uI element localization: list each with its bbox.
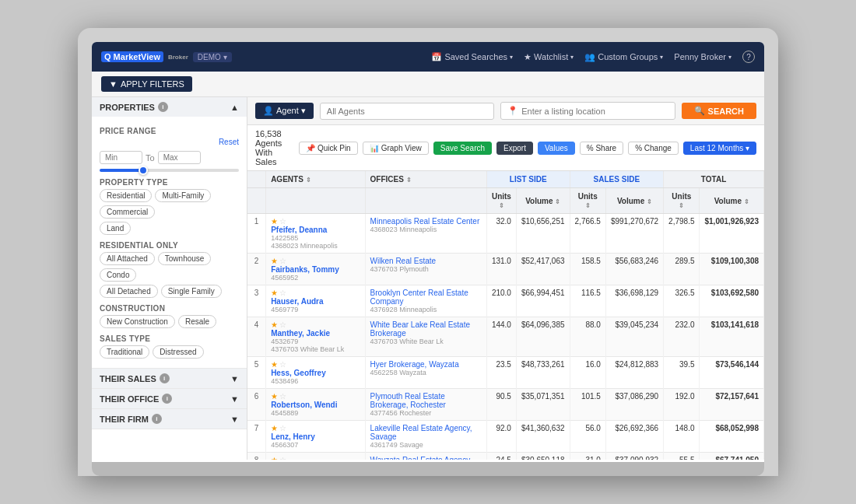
th-sales-units[interactable]: Units ⇕	[570, 188, 605, 214]
agent-name[interactable]: Manthey, Jackie	[271, 329, 360, 338]
th-rank	[247, 171, 266, 188]
th-office-name	[365, 188, 486, 214]
th-offices[interactable]: OFFICES ⇕	[365, 171, 486, 188]
th-total: TOTAL	[664, 171, 764, 188]
star-icon[interactable]: ★	[271, 456, 278, 460]
office-name[interactable]: White Bear Lake Real Estate Brokerage	[370, 320, 482, 338]
apply-filters-button[interactable]: ▼ APPLY FILTERS	[101, 76, 192, 92]
agent-name[interactable]: Pfeifer, Deanna	[271, 226, 360, 234]
tag-condo[interactable]: Condo	[100, 268, 136, 282]
graph-view-button[interactable]: 📊 Graph View	[363, 142, 429, 155]
tag-residential[interactable]: Residential	[100, 189, 152, 202]
agent-id: 1422585	[271, 234, 360, 242]
change-button[interactable]: % Change	[628, 142, 679, 155]
star-empty-icon[interactable]: ☆	[279, 217, 286, 226]
export-button[interactable]: Export	[496, 142, 533, 155]
nav-custom-groups[interactable]: 👥 Custom Groups ▾	[584, 52, 663, 62]
price-max-input[interactable]	[158, 151, 201, 164]
results-count: 16,538 Agents With Sales	[255, 129, 294, 166]
agent-name[interactable]: Hauser, Audra	[271, 297, 360, 306]
star-icon[interactable]: ★	[271, 257, 278, 265]
star-empty-icon[interactable]: ☆	[279, 320, 286, 329]
their-office-header[interactable]: THEIR OFFICE i ▼	[92, 389, 247, 408]
office-name[interactable]: Plymouth Real Estate Brokerage, Rocheste…	[370, 392, 482, 409]
share-button[interactable]: % Share	[580, 142, 623, 155]
nav-watchlist[interactable]: ★ Watchlist ▾	[524, 52, 574, 62]
agent-name[interactable]: Robertson, Wendi	[271, 401, 360, 409]
values-button[interactable]: Values	[538, 142, 575, 155]
agent-id: 4545889	[271, 409, 360, 417]
range-thumb[interactable]	[139, 166, 148, 175]
th-list-units[interactable]: Units ⇕	[486, 188, 516, 214]
list-units: 92.0	[486, 421, 516, 453]
nav-help[interactable]: ?	[742, 51, 755, 63]
star-icon[interactable]: ★	[271, 320, 278, 329]
th-agents[interactable]: AGENTS ⇕	[266, 171, 365, 188]
tag-all-attached[interactable]: All Attached	[100, 252, 155, 265]
their-sales-header[interactable]: THEIR SALES i ▼	[92, 369, 247, 388]
star-empty-icon[interactable]: ☆	[279, 456, 286, 460]
office-id: 4376928 Minneapolis	[370, 306, 482, 313]
agent-cell: ★ ☆ Robertson, Wendi 4545889	[266, 389, 365, 421]
properties-header[interactable]: PROPERTIES i ▲	[92, 97, 247, 117]
star-empty-icon[interactable]: ☆	[279, 424, 286, 432]
tag-new-construction[interactable]: New Construction	[100, 315, 175, 328]
tag-resale[interactable]: Resale	[178, 315, 216, 328]
agent-select[interactable]	[320, 103, 494, 120]
agent-button[interactable]: 👤 Agent ▾	[255, 103, 314, 119]
content-area: 👤 Agent ▾ 📍 🔍 SEARCH 16,538 Agen	[247, 97, 764, 460]
price-min-input[interactable]	[100, 151, 142, 164]
office-cell: Minneapolis Real Estate Center 4368023 M…	[365, 214, 486, 254]
demo-badge[interactable]: DEMO ▾	[193, 52, 232, 62]
office-name[interactable]: Minneapolis Real Estate Center	[370, 217, 482, 226]
tag-traditional[interactable]: Traditional	[100, 345, 149, 359]
star-icon[interactable]: ★	[271, 217, 278, 226]
last12-button[interactable]: Last 12 Months ▾	[683, 142, 756, 155]
their-firm-header[interactable]: THEIR FIRM i ▼	[92, 409, 247, 429]
location-icon: 📍	[507, 106, 518, 116]
tag-all-detached[interactable]: All Detached	[100, 285, 158, 298]
tag-single-family[interactable]: Single Family	[161, 285, 222, 298]
tag-distressed[interactable]: Distressed	[153, 345, 203, 359]
agent-name[interactable]: Hess, Geoffrey	[271, 369, 360, 377]
price-range-slider[interactable]	[100, 169, 239, 172]
star-icon[interactable]: ★	[271, 392, 278, 401]
th-list-volume[interactable]: Volume ⇕	[516, 188, 570, 214]
office-cell: Lakeville Real Estate Agency, Savage 436…	[365, 421, 486, 453]
th-list-side: LIST SIDE	[486, 171, 570, 188]
reset-link[interactable]: Reset	[219, 138, 239, 146]
tag-multifamily[interactable]: Multi-Family	[155, 189, 211, 202]
tag-land[interactable]: Land	[100, 222, 131, 235]
star-icon[interactable]: ★	[271, 360, 278, 369]
list-volume: $30,650,118	[516, 453, 570, 460]
star-icon[interactable]: ★	[271, 289, 278, 297]
nav-saved-searches[interactable]: 📅 Saved Searches ▾	[431, 52, 513, 62]
th-total-volume[interactable]: Volume ⇕	[700, 188, 764, 214]
search-button[interactable]: 🔍 SEARCH	[682, 103, 756, 119]
star-empty-icon[interactable]: ☆	[279, 257, 286, 265]
star-empty-icon[interactable]: ☆	[279, 289, 286, 297]
nav-user[interactable]: Penny Broker ▾	[674, 52, 731, 61]
office-name[interactable]: Wayzata Real Estate Agency	[370, 456, 482, 460]
brand-logo: ️Q MarketView Broker	[101, 51, 188, 62]
tag-commercial[interactable]: Commercial	[100, 205, 155, 219]
office-name[interactable]: Hyer Brokerage, Wayzata	[370, 360, 482, 369]
location-input[interactable]	[521, 107, 668, 116]
star-icon[interactable]: ★	[271, 424, 278, 432]
row-rank: 4	[247, 317, 266, 357]
office-name[interactable]: Lakeville Real Estate Agency, Savage	[370, 424, 482, 441]
office-name[interactable]: Wilken Real Estate	[370, 257, 482, 265]
star-empty-icon[interactable]: ☆	[279, 360, 286, 369]
save-search-button[interactable]: Save Search	[433, 142, 492, 155]
agent-name[interactable]: Lenz, Henry	[271, 432, 360, 441]
th-total-units[interactable]: Units ⇕	[664, 188, 700, 214]
expand-icon2: ▼	[230, 394, 239, 404]
office-name[interactable]: Brooklyn Center Real Estate Company	[370, 289, 482, 306]
agent-name[interactable]: Fairbanks, Tommy	[271, 265, 360, 274]
office-id: 4562258 Wayzata	[370, 369, 482, 376]
search-icon: 🔍	[694, 106, 705, 116]
quick-pin-button[interactable]: 📌 Quick Pin	[299, 142, 358, 155]
star-empty-icon[interactable]: ☆	[279, 392, 286, 401]
tag-townhouse[interactable]: Townhouse	[158, 252, 212, 265]
th-sales-volume[interactable]: Volume ⇕	[605, 188, 663, 214]
